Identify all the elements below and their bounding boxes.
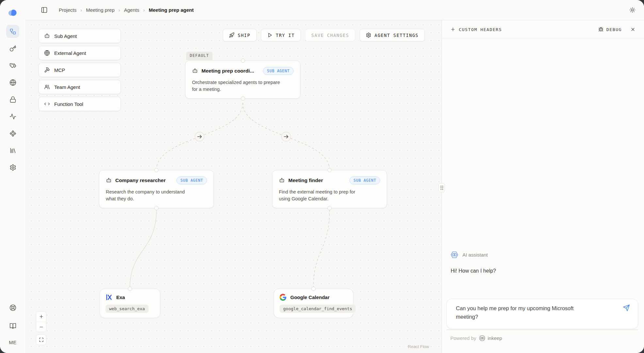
edge-arrow-marker bbox=[195, 132, 204, 141]
breadcrumb-separator: › bbox=[143, 7, 145, 13]
assistant-label: AI assistant bbox=[462, 252, 488, 258]
workflow-icon bbox=[9, 28, 16, 35]
rail-item-external[interactable] bbox=[6, 76, 19, 89]
close-panel-button[interactable] bbox=[630, 27, 636, 32]
rail-item-docs[interactable] bbox=[6, 319, 19, 332]
breadcrumb: Projects › Meeting prep › Agents › Meeti… bbox=[59, 7, 194, 13]
rail-item-tags[interactable] bbox=[6, 59, 19, 72]
custom-headers-label: CUSTOM HEADERS bbox=[459, 27, 502, 32]
save-changes-button-label: SAVE CHANGES bbox=[311, 33, 349, 38]
breadcrumb-agents[interactable]: Agents bbox=[124, 7, 139, 13]
rail-item-api-keys[interactable] bbox=[6, 42, 19, 55]
minus-icon bbox=[39, 325, 44, 329]
try-it-chat-panel: CUSTOM HEADERS DEBUG AI assistant Hi! Ho… bbox=[442, 20, 644, 353]
node-handle-top[interactable] bbox=[241, 59, 245, 63]
component-icon bbox=[9, 130, 16, 137]
node-exa-tool[interactable]: Exa web_search_exa bbox=[100, 289, 160, 318]
powered-by-label: Powered by bbox=[450, 335, 476, 341]
maximize-icon bbox=[39, 337, 44, 342]
debug-button[interactable]: DEBUG bbox=[598, 27, 622, 32]
chat-input-value[interactable]: Can you help me prep for my upcoming Mic… bbox=[456, 304, 587, 321]
send-button[interactable] bbox=[623, 304, 630, 311]
key-icon bbox=[9, 45, 16, 52]
breadcrumb-current: Meeting prep agent bbox=[149, 7, 194, 13]
palette-item-team-agent[interactable]: Team Agent bbox=[39, 80, 121, 94]
save-changes-button[interactable]: SAVE CHANGES bbox=[305, 29, 355, 42]
agent-settings-button[interactable]: AGENT SETTINGS bbox=[360, 29, 425, 42]
globe-icon bbox=[44, 50, 50, 56]
theme-toggle-button[interactable] bbox=[629, 7, 636, 13]
fit-view-button[interactable] bbox=[36, 335, 46, 345]
inkeep-mark-icon bbox=[479, 335, 486, 342]
sidebar-toggle-button[interactable] bbox=[41, 7, 48, 13]
zoom-in-button[interactable] bbox=[36, 311, 46, 322]
life-buoy-icon bbox=[9, 304, 16, 311]
bug-icon bbox=[598, 27, 604, 32]
node-handle-top[interactable] bbox=[154, 168, 159, 172]
top-header: Projects › Meeting prep › Agents › Meeti… bbox=[25, 0, 644, 20]
ship-button-label: SHIP bbox=[238, 33, 250, 38]
plus-icon bbox=[450, 27, 456, 32]
breadcrumb-separator: › bbox=[80, 7, 82, 13]
rail-item-graphs[interactable] bbox=[6, 25, 19, 38]
tags-icon bbox=[9, 62, 16, 69]
node-meeting-finder[interactable]: Meeting finder SUB AGENT Find the extern… bbox=[272, 170, 387, 208]
node-handle-top[interactable] bbox=[328, 168, 332, 172]
node-description: Orchestrate specialized agents to prepar… bbox=[192, 79, 281, 93]
palette-item-label: External Agent bbox=[54, 50, 86, 56]
node-description: Research the company to understand what … bbox=[106, 189, 195, 202]
rail-item-activity[interactable] bbox=[6, 110, 19, 123]
graph-canvas[interactable]: Sub Agent External Agent MCP Team Agent … bbox=[25, 20, 442, 353]
brand-label: inkeep bbox=[488, 335, 502, 341]
palette-item-label: Sub Agent bbox=[54, 33, 77, 39]
activity-icon bbox=[9, 113, 16, 120]
rail-item-library[interactable] bbox=[6, 144, 19, 157]
sub-agent-badge: SUB AGENT bbox=[176, 176, 207, 184]
inkeep-assistant-icon bbox=[450, 251, 459, 259]
zoom-out-button[interactable] bbox=[36, 322, 46, 332]
rail-item-credentials[interactable] bbox=[6, 93, 19, 106]
palette-item-function-tool[interactable]: Function Tool bbox=[39, 97, 121, 111]
hammer-icon bbox=[44, 67, 50, 73]
node-handle-top[interactable] bbox=[128, 287, 132, 291]
lock-icon bbox=[9, 96, 16, 103]
node-handle-top[interactable] bbox=[312, 287, 316, 291]
node-description: Find the external meeting to prep for us… bbox=[279, 189, 368, 202]
tool-id-pill: google_calendar_find_events bbox=[280, 305, 356, 313]
ship-button[interactable]: SHIP bbox=[223, 29, 257, 42]
users-icon bbox=[44, 84, 50, 90]
palette-item-mcp[interactable]: MCP bbox=[39, 63, 121, 77]
sun-icon bbox=[629, 7, 636, 13]
try-it-button[interactable]: TRY IT bbox=[261, 29, 301, 42]
tool-title: Google Calendar bbox=[290, 294, 330, 300]
node-meeting-prep-coordinator[interactable]: Meeting prep coordi... SUB AGENT Orchest… bbox=[185, 60, 300, 99]
inkeep-logo[interactable] bbox=[7, 8, 18, 17]
node-handle-bottom[interactable] bbox=[241, 96, 245, 101]
chat-input[interactable]: Can you help me prep for my upcoming Mic… bbox=[446, 299, 638, 329]
panel-resize-handle[interactable] bbox=[439, 183, 445, 192]
bot-icon bbox=[192, 68, 198, 74]
library-icon bbox=[9, 147, 16, 154]
breadcrumb-projects[interactable]: Projects bbox=[59, 7, 76, 13]
palette-item-sub-agent[interactable]: Sub Agent bbox=[39, 29, 121, 43]
palette-item-external-agent[interactable]: External Agent bbox=[39, 46, 121, 60]
rail-item-settings[interactable] bbox=[6, 161, 19, 174]
node-company-researcher[interactable]: Company researcher SUB AGENT Research th… bbox=[99, 170, 214, 208]
try-it-button-label: TRY IT bbox=[276, 33, 295, 38]
rail-item-help[interactable] bbox=[6, 301, 19, 314]
breadcrumb-project[interactable]: Meeting prep bbox=[86, 7, 115, 13]
node-handle-bottom[interactable] bbox=[328, 206, 332, 210]
close-icon bbox=[630, 27, 636, 32]
rail-item-components[interactable] bbox=[6, 127, 19, 140]
node-handle-bottom[interactable] bbox=[154, 206, 159, 210]
user-avatar[interactable]: ME bbox=[9, 338, 17, 347]
tool-title: Exa bbox=[116, 294, 125, 300]
app-window: ME Projects › Meeting prep › Agents › Me… bbox=[0, 0, 644, 353]
powered-by-row[interactable]: Powered by inkeep bbox=[450, 335, 502, 342]
custom-headers-button[interactable]: CUSTOM HEADERS bbox=[450, 27, 502, 32]
gear-icon bbox=[366, 32, 371, 38]
exa-logo-icon bbox=[105, 294, 112, 301]
node-google-calendar-tool[interactable]: Google Calendar google_calendar_find_eve… bbox=[274, 289, 353, 318]
panel-left-icon bbox=[41, 7, 48, 13]
react-flow-attribution[interactable]: React Flow bbox=[408, 344, 429, 349]
